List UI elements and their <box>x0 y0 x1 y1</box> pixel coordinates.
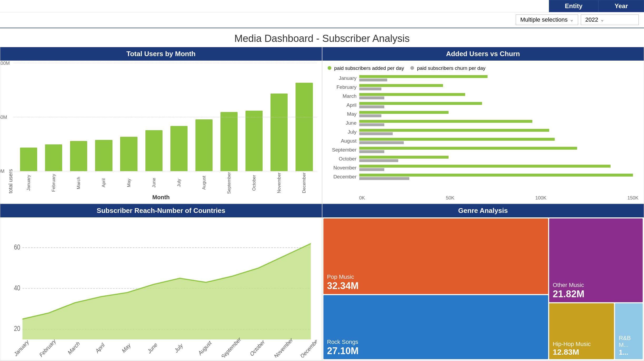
h-month-label-march: March <box>328 93 359 99</box>
treemap-hiphop-value: 12.83M <box>553 348 611 357</box>
gray-bar-october <box>359 159 398 162</box>
gridline-0m: 0M <box>0 169 4 174</box>
subscriber-reach-body: 204060JanuaryFebruaryMarchAprilMayJuneJu… <box>0 217 322 360</box>
bar-col-march <box>66 63 91 171</box>
x-label-april: April <box>91 172 116 193</box>
added-vs-churn-body: paid subscribers added per day paid subs… <box>322 61 644 203</box>
h-month-label-may: May <box>328 111 359 117</box>
green-bar-december <box>359 174 633 177</box>
bar-col-december <box>292 63 316 171</box>
svg-text:June: June <box>147 341 158 355</box>
treemap-right: Other Music 21.82M Hip-Hop Music 12.83M … <box>549 218 643 359</box>
x-labels: JanuaryFebruaryMarchAprilMayJuneJulyAugu… <box>14 172 317 193</box>
h-bar-row-august: August <box>328 137 639 145</box>
bar-december <box>296 83 313 171</box>
bar-col-september <box>217 63 241 171</box>
gray-legend-label: paid subscribers churn per day <box>417 65 485 71</box>
x-label-september: September <box>217 172 241 193</box>
x-label-february: February <box>41 172 66 193</box>
green-bar-november <box>359 165 611 168</box>
h-bar-area-august <box>359 138 639 144</box>
h-bar-row-may: May <box>328 110 639 118</box>
entity-filter[interactable]: Multiple selections ⌄ <box>516 14 578 25</box>
treemap-rnb-value: 1... <box>619 348 639 357</box>
green-bar-march <box>359 93 465 96</box>
year-filter-value: 2022 <box>585 16 598 23</box>
h-bar-area-january <box>359 75 639 81</box>
gray-bar-july <box>359 132 393 135</box>
x-label-august: August <box>192 172 216 193</box>
year-filter[interactable]: 2022 ⌄ <box>581 14 639 25</box>
gray-bar-december <box>359 177 410 180</box>
h-bar-row-april: April <box>328 101 639 109</box>
treemap-pop-music[interactable]: Pop Music 32.34M <box>323 218 548 294</box>
bar-col-february <box>41 63 66 171</box>
bar-col-june <box>142 63 166 171</box>
gray-bar-april <box>359 105 384 108</box>
svg-text:January: January <box>13 338 30 358</box>
svg-text:60: 60 <box>14 243 20 251</box>
treemap-bottom-right: Hip-Hop Music 12.83M R&B M... 1... <box>549 303 643 359</box>
treemap-rock-songs[interactable]: Rock Songs 27.10M <box>323 295 548 359</box>
bar-col-april <box>91 63 116 171</box>
svg-text:20: 20 <box>14 325 20 333</box>
treemap-hiphop-label: Hip-Hop Music <box>553 341 611 348</box>
green-bar-april <box>359 102 482 105</box>
green-bar-january <box>359 75 488 78</box>
h-bar-area-november <box>359 165 639 171</box>
page-title: Media Dashboard - Subscriber Analysis <box>0 28 644 47</box>
bar-col-january <box>16 63 41 171</box>
h-month-label-june: June <box>328 120 359 126</box>
bar-october <box>245 111 263 171</box>
area-chart-svg: 204060JanuaryFebruaryMarchAprilMayJuneJu… <box>6 220 317 358</box>
treemap-rock-label: Rock Songs <box>327 339 544 345</box>
bar-january <box>20 148 37 171</box>
treemap-pop-label: Pop Music <box>327 274 544 280</box>
h-bar-area-march <box>359 93 639 99</box>
green-bar-may <box>359 111 449 114</box>
bar-col-november <box>267 63 291 171</box>
bars-container <box>14 63 317 171</box>
svg-text:40: 40 <box>14 284 20 292</box>
gray-bar-september <box>359 150 384 153</box>
h-bar-area-april <box>359 102 639 108</box>
treemap-rnb[interactable]: R&B M... 1... <box>615 303 643 359</box>
filters-row: Multiple selections ⌄ 2022 ⌄ <box>0 12 644 28</box>
h-month-label-january: January <box>328 75 359 81</box>
h-bar-row-july: July <box>328 128 639 136</box>
green-bar-october <box>359 156 449 159</box>
treemap-other-label: Other Music <box>553 282 639 289</box>
h-month-label-october: October <box>328 156 359 162</box>
svg-text:March: March <box>67 340 81 356</box>
treemap-rnb-label: R&B M... <box>619 335 639 348</box>
h-bar-area-february <box>359 84 639 90</box>
green-legend-label: paid subscribers added per day <box>334 65 404 71</box>
genre-analysis-title: Genre Analysis <box>322 204 644 217</box>
gray-bar-january <box>359 79 387 81</box>
svg-text:August: August <box>198 339 212 357</box>
bar-col-july <box>167 63 191 171</box>
x-label-december: December <box>292 172 316 193</box>
h-month-label-december: December <box>328 174 359 180</box>
added-vs-churn-title: Added Users vs Churn <box>322 47 644 61</box>
h-bar-row-june: June <box>328 119 639 127</box>
h-bar-area-december <box>359 174 639 180</box>
treemap-left: Pop Music 32.34M Rock Songs 27.10M <box>323 218 548 359</box>
gray-bar-august <box>359 141 404 144</box>
h-bar-area-june <box>359 120 639 126</box>
bar-february <box>45 144 62 172</box>
h-tick-150k: 150K <box>627 195 638 201</box>
h-bar-row-september: September <box>328 146 639 154</box>
dashboard-grid: Total Users by Month total users 100M 50… <box>0 47 644 360</box>
y-axis-label: total users <box>6 63 14 193</box>
gray-bar-november <box>359 168 384 171</box>
x-label-january: January <box>16 172 41 193</box>
treemap-rock-value: 27.10M <box>327 345 544 357</box>
treemap-container: Pop Music 32.34M Rock Songs 27.10M Other… <box>322 217 644 360</box>
treemap-hiphop[interactable]: Hip-Hop Music 12.83M <box>549 303 614 359</box>
green-legend-dot <box>328 66 331 70</box>
bar-august <box>195 119 213 171</box>
treemap-pop-value: 32.34M <box>327 280 544 291</box>
treemap-other-music[interactable]: Other Music 21.82M <box>549 218 643 302</box>
year-header: Year <box>598 0 644 12</box>
